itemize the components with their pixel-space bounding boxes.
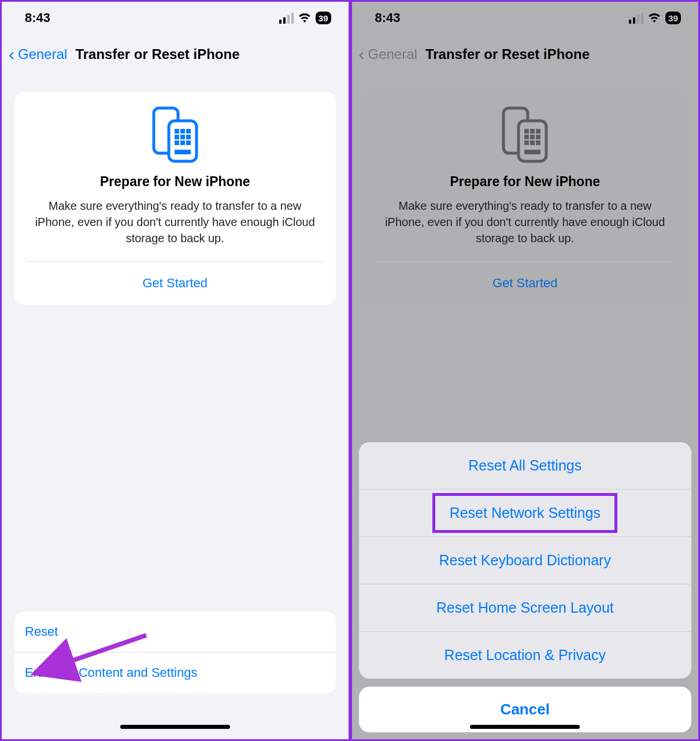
home-indicator <box>120 725 230 729</box>
home-indicator <box>470 725 580 729</box>
battery-icon: 39 <box>316 12 331 24</box>
prepare-card: Prepare for New iPhone Make sure everyth… <box>365 92 686 305</box>
back-button-label[interactable]: General <box>18 46 67 62</box>
sheet-option-reset-homescreen[interactable]: Reset Home Screen Layout <box>359 584 692 632</box>
sheet-options-group: Reset All Settings Reset Network Setting… <box>359 442 692 679</box>
cellular-signal-icon <box>279 13 294 24</box>
status-icons: 39 <box>629 12 681 24</box>
prepare-title: Prepare for New iPhone <box>376 174 675 190</box>
page-title: Transfer or Reset iPhone <box>425 46 590 62</box>
erase-all-row[interactable]: Erase All Content and Settings <box>14 652 336 693</box>
prepare-description: Make sure everything's ready to transfer… <box>26 198 324 246</box>
svg-rect-23 <box>536 140 540 145</box>
status-icons: 39 <box>279 12 331 24</box>
wifi-icon <box>648 13 661 23</box>
svg-rect-16 <box>530 129 535 134</box>
svg-rect-20 <box>536 135 540 139</box>
sheet-option-reset-keyboard[interactable]: Reset Keyboard Dictionary <box>359 537 692 584</box>
svg-rect-5 <box>175 135 179 139</box>
svg-rect-11 <box>175 150 191 154</box>
svg-rect-9 <box>180 140 185 145</box>
svg-rect-18 <box>524 135 529 139</box>
back-button-label: General <box>368 46 417 62</box>
svg-rect-22 <box>530 140 535 145</box>
left-phone-screenshot: 8:43 39 ‹ General Transfer or Reset iPho… <box>0 0 350 741</box>
nav-bar: ‹ General Transfer or Reset iPhone <box>2 34 349 77</box>
status-time: 8:43 <box>25 10 50 25</box>
status-bar: 8:43 39 <box>2 2 349 34</box>
svg-rect-19 <box>530 135 535 139</box>
wifi-icon <box>298 13 311 23</box>
svg-rect-3 <box>180 129 185 134</box>
back-chevron-icon: ‹ <box>359 46 365 63</box>
page-title: Transfer or Reset iPhone <box>75 46 239 62</box>
get-started-button[interactable]: Get Started <box>26 262 324 305</box>
status-bar: 8:43 39 <box>352 2 699 34</box>
svg-rect-2 <box>175 129 179 134</box>
reset-action-sheet: Reset All Settings Reset Network Setting… <box>359 442 692 732</box>
svg-rect-6 <box>180 135 185 139</box>
reset-row[interactable]: Reset <box>14 612 336 652</box>
back-chevron-icon[interactable]: ‹ <box>9 46 14 63</box>
prepare-card: Prepare for New iPhone Make sure everyth… <box>14 92 336 305</box>
sheet-option-reset-location[interactable]: Reset Location & Privacy <box>359 632 692 679</box>
svg-rect-7 <box>186 135 191 139</box>
svg-rect-10 <box>186 140 191 145</box>
sheet-option-reset-all[interactable]: Reset All Settings <box>359 442 692 490</box>
prepare-title: Prepare for New iPhone <box>26 174 324 190</box>
svg-rect-24 <box>524 150 540 154</box>
transfer-devices-icon <box>149 106 201 164</box>
prepare-description: Make sure everything's ready to transfer… <box>376 198 675 246</box>
svg-rect-21 <box>524 140 529 145</box>
svg-rect-17 <box>536 129 540 134</box>
nav-bar: ‹ General Transfer or Reset iPhone <box>352 34 699 77</box>
cellular-signal-icon <box>629 13 643 24</box>
bottom-options-list: Reset Erase All Content and Settings <box>14 612 336 693</box>
svg-rect-4 <box>186 129 191 134</box>
get-started-button: Get Started <box>376 262 675 305</box>
transfer-devices-icon <box>499 106 551 164</box>
battery-icon: 39 <box>665 12 681 24</box>
svg-rect-8 <box>175 140 179 145</box>
sheet-option-reset-network[interactable]: Reset Network Settings <box>359 490 692 537</box>
status-time: 8:43 <box>375 10 401 25</box>
svg-rect-15 <box>524 129 529 134</box>
right-phone-screenshot: 8:43 39 ‹ General Transfer or Reset iPho… <box>350 0 701 741</box>
